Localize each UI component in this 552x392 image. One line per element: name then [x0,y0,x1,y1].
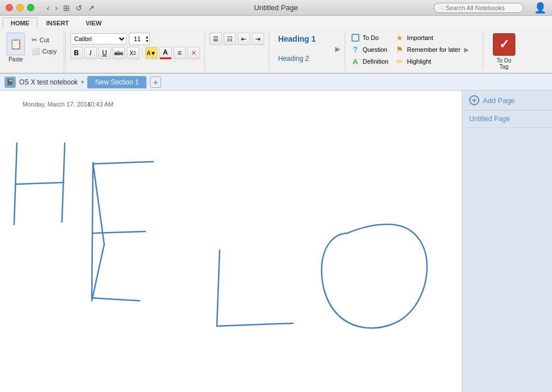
notebook-name[interactable]: OS X test notebook [19,78,78,86]
copy-button[interactable]: ⬜ Copy [29,46,59,56]
italic-button[interactable]: I [84,47,97,59]
pages-sidebar: + Add Page Untitled Page [462,91,552,392]
tags-col-left: To Do ? Question A Definition [350,33,390,70]
search-input[interactable] [434,3,524,13]
tags-col-right: ★ Important ⚑ Remember for later ▶ ✏ Hig… [394,33,470,70]
close-button[interactable] [6,4,13,11]
copy-label: Copy [42,48,57,55]
cut-label: Cut [39,37,49,43]
ribbon-content: 📋 Paste ✂ Cut ⬜ Copy Calibri [0,28,552,73]
a-letter-icon: A [353,57,358,66]
font-family-select[interactable]: Calibri [70,33,127,44]
todo-tag-group: ✓ To DoTag [484,30,524,73]
underline-button[interactable]: U [99,47,111,59]
remember-tag-item[interactable]: ⚑ Remember for later ▶ [394,44,470,55]
question-tag-item[interactable]: ? Question [350,44,390,55]
flag-icon: ⚑ [396,45,403,54]
tab-view[interactable]: VIEW [77,17,110,28]
lists-group: ☰ ☷ ⇤ ⇥ [206,30,268,73]
todo-tag-big-icon[interactable]: ✓ [493,33,515,56]
font-color-button[interactable]: A [159,47,172,59]
forward-button[interactable]: › [54,3,60,12]
paste-icon: 📋 [7,33,25,55]
num-list-button[interactable]: ☷ [224,33,236,45]
main-area: Monday, March 17, 2014 10:43 AM [0,91,552,392]
add-page-button[interactable]: + Add Page [462,91,552,110]
todo-checkbox-icon [351,34,359,42]
font-group: Calibri ▲ ▼ B I U abc X2 A▼ A [67,30,203,73]
divider-1 [65,33,66,70]
notebook-bar: 📓 OS X test notebook ▾ New Section 1 + [0,74,552,91]
add-section-button[interactable]: + [150,77,161,88]
list-row1: ☰ ☷ ⇤ ⇥ [210,33,264,45]
highlight-tag-item[interactable]: ✏ Highlight [394,56,470,66]
indent-inc-button[interactable]: ⇥ [252,33,264,45]
tab-insert[interactable]: INSERT [38,17,77,28]
divider-2 [204,33,205,70]
important-tag-icon: ★ [395,33,404,42]
subscript-button[interactable]: X2 [127,47,139,59]
notebook-dropdown-icon[interactable]: ▾ [81,79,84,85]
section-tab[interactable]: New Section 1 [87,76,146,88]
cut-copy-group: ✂ Cut ⬜ Copy [29,35,59,56]
remember-expand-icon[interactable]: ▶ [464,46,469,54]
refresh-button[interactable]: ↺ [74,3,84,12]
clipboard-group: 📋 Paste ✂ Cut ⬜ Copy [2,30,64,73]
account-icon[interactable]: 👤 [534,2,546,14]
important-tag-label: Important [407,34,433,41]
question-tag-icon: ? [351,45,360,54]
eraser-button[interactable]: ✕ [188,47,200,59]
highlight-button[interactable]: A▼ [145,47,158,59]
todo-tag-label: To Do [363,34,379,41]
titlebar: ‹ › ⊞ ↺ ↗ Untitled Page 🔍 👤 [0,0,552,16]
ribbon-tabs: HOME INSERT VIEW [0,16,552,28]
back-button[interactable]: ‹ [45,3,51,12]
styles-group: Heading 1 ▶ Heading 2 [270,30,344,73]
bold-button[interactable]: B [70,47,83,59]
note-canvas[interactable]: Monday, March 17, 2014 10:43 AM [0,91,462,392]
todo-tag-big-label: To DoTag [497,57,511,70]
tab-home[interactable]: HOME [2,17,38,29]
font-size-stepper[interactable]: ▲ ▼ [145,35,149,43]
divider-3 [269,33,269,70]
maximize-button[interactable] [27,4,34,11]
add-page-circle-icon: + [469,95,479,105]
font-row1: Calibri ▲ ▼ [70,33,200,45]
ribbon: HOME INSERT VIEW 📋 Paste ✂ Cut ⬜ Copy [0,16,552,74]
paste-button[interactable]: 📋 Paste [7,33,25,63]
question-mark-icon: ? [353,45,358,54]
page-item-untitled[interactable]: Untitled Page [462,110,552,128]
todo-tag-item[interactable]: To Do [350,33,390,43]
definition-tag-item[interactable]: A Definition [350,56,390,66]
heading2-style[interactable]: Heading 2 [274,53,340,64]
remember-tag-icon: ⚑ [395,45,404,54]
todo-tag-icon [351,33,360,42]
copy-icon: ⬜ [32,47,40,55]
highlight-tag-icon: ✏ [395,57,404,66]
definition-tag-label: Definition [363,58,389,65]
remember-tag-label: Remember for later [407,46,461,53]
highlight-tag-label: Highlight [407,58,431,65]
bullet-list-button[interactable]: ☰ [210,33,222,45]
paste-label: Paste [8,56,23,63]
align-button[interactable]: ≡ [173,47,186,59]
window-title: Untitled Page [254,3,298,12]
heading1-style[interactable]: Heading 1 [274,33,340,45]
star-icon: ★ [396,33,403,42]
cut-button[interactable]: ✂ Cut [29,35,59,45]
font-row2: B I U abc X2 A▼ A ≡ ✕ [70,47,200,59]
heading1-expand[interactable]: ▶ [335,45,340,53]
important-tag-item[interactable]: ★ Important [394,33,470,43]
divider-4 [345,33,345,70]
minimize-button[interactable] [16,4,24,11]
window-icon: ⊞ [61,3,72,12]
indent-dec-button[interactable]: ⇤ [238,33,250,45]
tags-group: To Do ? Question A Definition [346,30,482,73]
note-drawing [0,91,462,392]
notebook-icon: 📓 [5,77,16,88]
window-controls [6,4,34,11]
font-size-input[interactable] [130,33,145,44]
question-tag-label: Question [363,46,388,53]
share-button[interactable]: ↗ [86,3,96,12]
strikethrough-button[interactable]: abc [113,47,125,59]
